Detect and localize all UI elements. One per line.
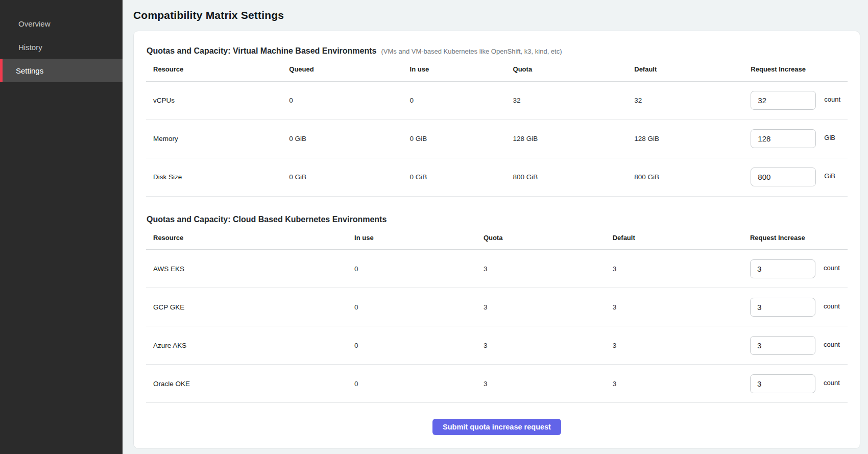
quota-cell: 3: [484, 250, 613, 288]
column-header-request-increase: Request Increase: [750, 226, 848, 250]
quota-cell: 3: [484, 288, 613, 326]
column-header-default: Default: [634, 58, 751, 81]
resource-cell: Disk Size: [146, 158, 289, 196]
vm-section-title: Quotas and Capacity: Virtual Machine Bas…: [147, 46, 376, 56]
sidebar-item-settings[interactable]: Settings: [0, 59, 123, 82]
in-use-cell: 0 GiB: [410, 158, 513, 196]
column-header-queued: Queued: [289, 58, 409, 81]
unit-label: count: [824, 341, 840, 348]
table-row-oracle-oke: Oracle OKE 0 3 3 count: [146, 365, 848, 403]
memory-request-increase-input[interactable]: [751, 129, 816, 148]
sidebar-nav: Overview History Settings: [0, 12, 123, 82]
request-increase-cell: GiB: [751, 158, 848, 196]
in-use-cell: 0: [410, 81, 513, 120]
default-cell: 32: [634, 81, 751, 120]
disk-size-request-increase-input[interactable]: [751, 168, 816, 186]
default-cell: 800 GiB: [634, 158, 751, 196]
vm-section-heading: Quotas and Capacity: Virtual Machine Bas…: [146, 46, 848, 56]
unit-label: count: [824, 379, 840, 387]
default-cell: 3: [613, 288, 750, 326]
azure-aks-request-increase-input[interactable]: [750, 336, 815, 355]
table-row-vcpus: vCPUs 0 0 32 32 count: [146, 81, 848, 120]
resource-cell: vCPUs: [146, 81, 289, 120]
default-cell: 3: [613, 326, 750, 365]
request-increase-cell: GiB: [751, 120, 848, 158]
sidebar-item-label: History: [18, 43, 42, 52]
unit-label: count: [824, 302, 840, 310]
sidebar-item-overview[interactable]: Overview: [0, 12, 123, 35]
unit-label: GiB: [824, 172, 835, 180]
request-increase-cell: count: [750, 250, 848, 288]
settings-card: Quotas and Capacity: Virtual Machine Bas…: [133, 31, 860, 449]
request-increase-cell: count: [750, 326, 848, 365]
in-use-cell: 0 GiB: [410, 120, 513, 158]
gcp-gke-request-increase-input[interactable]: [750, 298, 815, 317]
table-row-memory: Memory 0 GiB 0 GiB 128 GiB 128 GiB GiB: [146, 120, 848, 158]
column-header-quota: Quota: [513, 58, 635, 81]
table-row-disk-size: Disk Size 0 GiB 0 GiB 800 GiB 800 GiB Gi…: [146, 158, 848, 196]
default-cell: 3: [613, 250, 750, 288]
default-cell: 128 GiB: [634, 120, 751, 158]
quota-cell: 800 GiB: [513, 158, 635, 196]
cloud-table-header-row: Resource In use Quota Default Request In…: [146, 226, 848, 250]
submit-quota-increase-button[interactable]: Submit quota increase request: [432, 419, 561, 435]
vm-table-header-row: Resource Queued In use Quota Default Req…: [146, 58, 848, 81]
unit-label: GiB: [824, 134, 835, 141]
resource-cell: Memory: [146, 120, 289, 158]
vm-quota-table: Resource Queued In use Quota Default Req…: [146, 58, 848, 197]
resource-cell: AWS EKS: [146, 250, 354, 288]
resource-cell: GCP GKE: [146, 288, 354, 326]
unit-label: count: [824, 264, 840, 272]
column-header-quota: Quota: [484, 226, 613, 250]
cloud-quota-table: Resource In use Quota Default Request In…: [146, 226, 848, 403]
column-header-request-increase: Request Increase: [751, 58, 848, 81]
cloud-section-heading: Quotas and Capacity: Cloud Based Kuberne…: [146, 215, 848, 224]
sidebar: Overview History Settings: [0, 0, 123, 454]
quota-cell: 128 GiB: [513, 120, 635, 158]
table-row-gcp-gke: GCP GKE 0 3 3 count: [146, 288, 848, 326]
resource-cell: Oracle OKE: [146, 365, 354, 403]
sidebar-item-label: Overview: [18, 19, 51, 28]
submit-button-row: Submit quota increase request: [146, 419, 848, 435]
in-use-cell: 0: [354, 250, 484, 288]
in-use-cell: 0: [354, 365, 484, 403]
cloud-section-title: Quotas and Capacity: Cloud Based Kuberne…: [147, 215, 387, 224]
queued-cell: 0: [289, 81, 409, 120]
sidebar-item-history[interactable]: History: [0, 35, 123, 59]
default-cell: 3: [613, 365, 750, 403]
oracle-oke-request-increase-input[interactable]: [750, 374, 815, 393]
unit-label: count: [824, 95, 840, 103]
request-increase-cell: count: [750, 288, 848, 326]
app-window: Overview History Settings Compatibility …: [0, 0, 868, 454]
request-increase-cell: count: [751, 81, 848, 120]
column-header-resource: Resource: [146, 58, 289, 81]
main-content: Compatibility Matrix Settings Quotas and…: [123, 0, 868, 454]
quota-cell: 32: [513, 81, 635, 120]
column-header-in-use: In use: [410, 58, 513, 81]
sidebar-item-label: Settings: [16, 66, 43, 75]
table-row-azure-aks: Azure AKS 0 3 3 count: [146, 326, 848, 365]
in-use-cell: 0: [354, 288, 484, 326]
quota-cell: 3: [484, 365, 613, 403]
quota-cell: 3: [484, 326, 613, 365]
queued-cell: 0 GiB: [289, 158, 409, 196]
resource-cell: Azure AKS: [146, 326, 354, 365]
queued-cell: 0 GiB: [289, 120, 409, 158]
column-header-in-use: In use: [354, 226, 484, 250]
vcpus-request-increase-input[interactable]: [751, 91, 816, 110]
table-row-aws-eks: AWS EKS 0 3 3 count: [146, 250, 848, 288]
in-use-cell: 0: [354, 326, 484, 365]
aws-eks-request-increase-input[interactable]: [750, 259, 815, 278]
request-increase-cell: count: [750, 365, 848, 403]
vm-section-subtitle: (VMs and VM-based Kubernetes like OpenSh…: [381, 47, 562, 55]
column-header-default: Default: [613, 226, 750, 250]
page-title: Compatibility Matrix Settings: [133, 9, 860, 21]
column-header-resource: Resource: [146, 226, 354, 250]
